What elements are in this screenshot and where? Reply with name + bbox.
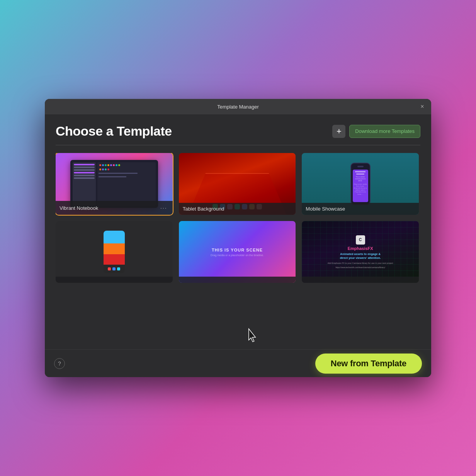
template-label-emphasis — [302, 277, 419, 283]
phone-content-text: This is wherecontent goes toshine. — [355, 176, 366, 182]
emphasis-bg: C EmphasisFX Animated assets to engage &… — [302, 221, 419, 283]
help-button[interactable]: ? — [54, 358, 65, 369]
vn-dots-row — [99, 163, 155, 167]
efx-brand: EmphasisFX — [348, 246, 373, 251]
vn-line — [74, 175, 95, 176]
bottom-bar: ? New from Template — [45, 349, 431, 377]
template-label-vibrant: Vibrant Notebook ··· — [56, 201, 173, 215]
template-name-vibrant: Vibrant Notebook — [60, 205, 98, 211]
efx-brand-colored: FX — [368, 246, 373, 251]
template-card-emphasis-fx[interactable]: C EmphasisFX Animated assets to engage &… — [302, 221, 419, 283]
template-name-mobile: Mobile Showcase — [306, 206, 345, 212]
mobile-phone: This is wherecontent goes toshine. Drag … — [350, 163, 371, 205]
template-card-mobile-showcase[interactable]: This is wherecontent goes toshine. Drag … — [302, 153, 419, 215]
more-options-vibrant[interactable]: ··· — [159, 204, 169, 212]
new-from-template-button[interactable]: New from Template — [315, 354, 422, 374]
vn-dots-row2 — [99, 168, 155, 171]
dock-icon1 — [108, 267, 111, 270]
title-bar: Template Manager × — [45, 99, 431, 114]
template-thumb-phone-portrait — [56, 221, 173, 283]
vn-line — [74, 177, 95, 179]
vn-line — [74, 169, 95, 171]
templates-grid-area: Vibrant Notebook ··· — [56, 153, 420, 342]
vn-line — [74, 164, 95, 165]
template-label-scene — [179, 277, 296, 283]
scene-title: THIS IS YOUR SCENE — [212, 248, 263, 252]
template-label-mobile: Mobile Showcase — [302, 203, 419, 215]
dialog-content: Choose a Template + Download more Templa… — [45, 114, 431, 349]
portrait-sky — [104, 231, 125, 243]
vn-line — [74, 172, 95, 173]
portrait-desert1 — [104, 243, 125, 254]
template-name-tablet: Tablet Background — [183, 206, 224, 212]
portrait-phone — [104, 231, 125, 273]
efx-sub: Add Emphasis FX to your Camtasia library… — [328, 262, 393, 265]
header-row: Choose a Template + Download more Templa… — [56, 124, 420, 139]
efx-brand-plain: Emphasis — [348, 246, 368, 251]
template-card-vibrant-notebook[interactable]: Vibrant Notebook ··· — [56, 153, 173, 215]
efx-logo: C — [356, 235, 365, 245]
dialog-title: Template Manager — [217, 104, 259, 110]
phone-portrait-bg — [56, 221, 173, 283]
scene-subtitle: Drag media or a placeholder on the timel… — [211, 254, 264, 257]
header-actions: + Download more Templates — [332, 125, 420, 138]
portrait-dock — [104, 265, 125, 273]
phone-content-box2 — [356, 173, 364, 175]
scene-bg: THIS IS YOUR SCENE Drag media or a place… — [179, 221, 296, 283]
close-button[interactable]: × — [419, 103, 426, 110]
template-manager-dialog: Template Manager × Choose a Template + D… — [45, 99, 431, 377]
template-thumb-scene: THIS IS YOUR SCENE Drag media or a place… — [179, 221, 296, 283]
efx-tagline: Animated assets to engage &direct your v… — [340, 252, 381, 260]
efx-link: https://www.techsmith.com/learn/tutorial… — [335, 266, 385, 269]
phone-small-text: Drag screen media here, hover,drop and c… — [354, 183, 367, 195]
template-label-phone-portrait — [56, 277, 173, 283]
dock-icon3 — [117, 267, 120, 270]
template-card-tablet-background[interactable]: Tablet Background — [179, 153, 296, 215]
portrait-desert2 — [104, 254, 125, 265]
phone-notch — [357, 166, 364, 167]
templates-grid: Vibrant Notebook ··· — [56, 153, 419, 286]
vn-main — [97, 162, 156, 206]
vn-line — [74, 167, 95, 168]
template-card-empty-scene[interactable]: THIS IS YOUR SCENE Drag media or a place… — [179, 221, 296, 283]
phone-screen: This is wherecontent goes toshine. Drag … — [353, 170, 368, 202]
template-card-phone-portrait[interactable] — [56, 221, 173, 283]
vn-sidebar — [73, 162, 96, 206]
template-label-tablet: Tablet Background — [179, 203, 296, 215]
template-thumb-emphasis: C EmphasisFX Animated assets to engage &… — [302, 221, 419, 283]
page-title: Choose a Template — [56, 124, 172, 139]
divider — [56, 145, 420, 145]
download-templates-button[interactable]: Download more Templates — [349, 125, 420, 138]
dock-icon2 — [112, 267, 116, 270]
phone-content-box1 — [355, 171, 366, 172]
add-template-button[interactable]: + — [332, 125, 345, 138]
